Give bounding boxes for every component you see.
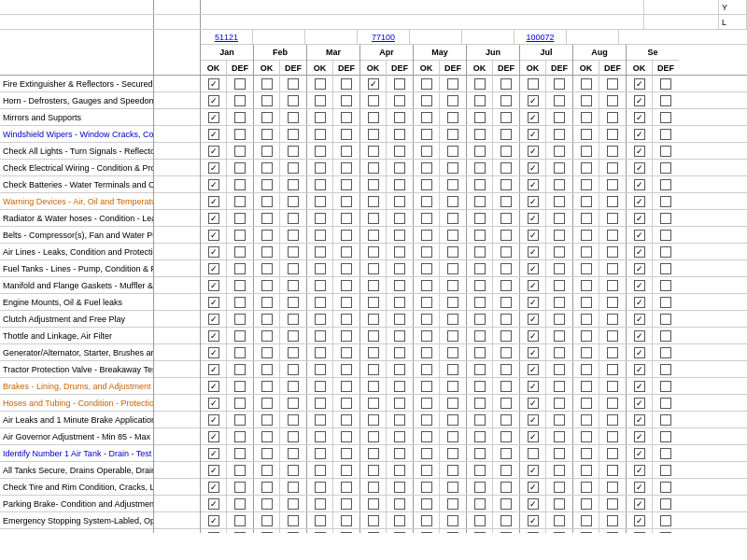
month-data-group [307, 76, 360, 91]
month-data-group [360, 529, 414, 533]
ok-cell [254, 311, 280, 327]
checkbox-empty [447, 297, 458, 308]
month-data-group: ✓ [520, 160, 573, 175]
checkbox-empty [315, 179, 326, 190]
ok-cell [360, 210, 387, 226]
ok-cell [414, 193, 440, 209]
checkbox-empty [288, 280, 299, 291]
checkbox-empty [394, 230, 405, 241]
checkbox-empty [660, 230, 671, 241]
checkbox-empty [500, 129, 512, 140]
ok-cell: ✓ [627, 311, 653, 327]
checkbox-empty [368, 498, 379, 510]
checkbox-empty [660, 179, 671, 190]
checkbox-empty [554, 78, 565, 90]
ok-cell: ✓ [627, 210, 653, 226]
checkbox-empty [394, 146, 405, 157]
ok-cell: ✓ [201, 529, 227, 533]
month-okdef-jul: OKDEF [520, 61, 572, 76]
mileage-row-empty [154, 378, 200, 395]
checkbox-empty [341, 179, 352, 190]
checkbox-empty [394, 297, 405, 308]
mileage-may [410, 30, 462, 44]
checkbox-empty [341, 112, 352, 123]
checkbox-empty [394, 196, 405, 207]
def-cell [227, 143, 253, 159]
checkbox-empty [421, 314, 432, 325]
checkbox-empty [421, 112, 432, 123]
months-header: 51121 77100 100072 JanOKDEFFebOKDEFMarOK… [201, 30, 747, 75]
checkbox-empty [341, 347, 352, 358]
checkbox-empty [500, 398, 512, 409]
ok-cell: ✓ [627, 496, 653, 511]
def-cell [653, 294, 679, 310]
month-data-group [360, 479, 414, 495]
checkbox-empty [315, 465, 326, 476]
ok-cell: ✓ [627, 160, 653, 175]
scroll-body[interactable]: Fire Extinguisher & Reflectors - Secured… [0, 76, 747, 533]
month-data-group [573, 244, 627, 259]
checkbox-checked: ✓ [208, 196, 219, 207]
checkbox-empty [581, 314, 592, 325]
month-data-group: ✓ [520, 529, 573, 533]
checkbox-empty [261, 230, 273, 241]
month-label-mar: Mar [307, 45, 359, 61]
def-cell [653, 479, 679, 495]
list-item: Check All Lights - Turn Signals - Reflec… [0, 143, 153, 160]
month-group-jan: JanOKDEF [201, 45, 254, 75]
def-cell [280, 428, 306, 444]
mileage-label-cell [154, 0, 201, 14]
month-data-group [573, 361, 627, 377]
ok-cell: ✓ [201, 160, 227, 175]
ok-cell: ✓ [201, 277, 227, 293]
ok-cell: ✓ [627, 109, 653, 125]
checkbox-empty [447, 515, 458, 526]
table-row: ✓✓✓ [201, 496, 747, 512]
checkbox-empty [341, 414, 352, 426]
checkbox-empty [660, 498, 671, 510]
checkbox-empty [581, 95, 592, 106]
month-data-group: ✓ [201, 412, 254, 427]
checkbox-empty [394, 330, 405, 342]
def-cell [546, 412, 572, 427]
def-cell [227, 496, 253, 511]
checkbox-empty [261, 213, 273, 224]
month-data-group: ✓ [520, 109, 573, 125]
ok-cell [360, 260, 387, 276]
month-data-group [360, 260, 414, 276]
checkbox-empty [315, 196, 326, 207]
def-cell [333, 462, 359, 478]
list-item: Warning Devices - Air, Oil and Temperatu… [0, 193, 153, 210]
ok-cell [414, 496, 440, 511]
month-data-group: ✓ [201, 512, 254, 528]
def-cell [653, 328, 679, 343]
month-data-group [254, 294, 307, 310]
checkbox-empty [421, 515, 432, 526]
month-data-group: ✓ [627, 395, 679, 411]
checkbox-empty [421, 465, 432, 476]
def-cell [387, 344, 413, 360]
checkbox-checked: ✓ [208, 482, 219, 493]
checkbox-empty [607, 448, 618, 459]
checkbox-empty [315, 297, 326, 308]
checkbox-empty [554, 280, 565, 291]
checkbox-empty [607, 179, 618, 190]
checkbox-empty [474, 162, 486, 174]
checkbox-empty [261, 532, 273, 534]
list-item: Windshield Wipers - Window Cracks, Condi… [0, 126, 153, 143]
checkbox-empty [660, 314, 671, 325]
ok-cell [414, 109, 440, 125]
checkbox-checked: ✓ [208, 314, 219, 325]
checkbox-empty [447, 482, 458, 493]
month-data-group [467, 479, 520, 495]
checkbox-empty [341, 465, 352, 476]
table-row: ✓✓✓ [201, 311, 747, 328]
table-row: ✓✓✓ [201, 210, 747, 227]
month-data-group [414, 260, 467, 276]
ok-cell [360, 512, 387, 528]
def-cell [599, 328, 626, 343]
mileage-row-empty [154, 479, 200, 496]
month-data-group [307, 109, 360, 125]
checkbox-empty [474, 213, 486, 224]
ok-cell [467, 445, 493, 461]
